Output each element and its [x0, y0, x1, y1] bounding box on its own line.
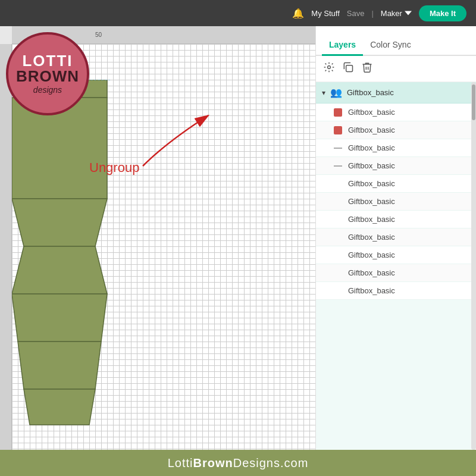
layer-row[interactable]: Giftbox_basic	[316, 228, 476, 246]
layer-row[interactable]: Giftbox_basic	[316, 246, 476, 264]
svg-marker-6	[24, 389, 95, 425]
chevron-icon: ▾	[322, 89, 325, 97]
svg-point-9	[328, 66, 331, 69]
maker-selector[interactable]: Maker	[381, 9, 412, 18]
layer-name-label: Giftbox_basic	[348, 108, 395, 117]
make-it-button[interactable]: Make It	[419, 5, 466, 21]
bell-icon[interactable]: 🔔	[292, 8, 304, 19]
divider: |	[371, 9, 373, 18]
save-link[interactable]: Save	[347, 9, 365, 18]
layer-name-label: Giftbox_basic	[348, 233, 395, 242]
layer-row[interactable]: Giftbox_basic	[316, 264, 476, 282]
layer-color-indicator	[334, 126, 342, 134]
mystuff-link[interactable]: My Stuff	[311, 9, 339, 18]
layer-group-row[interactable]: ▾ 👥 Giftbox_basic	[316, 82, 476, 104]
layer-group-name: Giftbox_basic	[347, 88, 394, 97]
logo-line1: LOTTI	[22, 53, 73, 68]
logo-line2: BROWN	[16, 68, 79, 84]
duplicate-icon[interactable]	[342, 61, 354, 76]
logo-line3: designs	[33, 85, 62, 95]
layer-name-label: Giftbox_basic	[348, 197, 395, 206]
layer-line-indicator	[334, 148, 342, 149]
tab-layers[interactable]: Layers	[322, 35, 363, 56]
layer-color-indicator	[334, 108, 342, 117]
scrollbar[interactable]	[471, 82, 476, 450]
group-people-icon: 👥	[330, 87, 342, 98]
layer-row[interactable]: Giftbox_basic	[316, 104, 476, 121]
layer-row[interactable]: Giftbox_basic	[316, 121, 476, 139]
svg-rect-10	[346, 65, 353, 72]
scrollbar-thumb[interactable]	[472, 84, 475, 120]
svg-marker-4	[12, 294, 107, 342]
layer-row[interactable]: Giftbox_basic	[316, 175, 476, 193]
layer-row[interactable]: Giftbox_basic	[316, 211, 476, 228]
ruler-label: 50	[95, 32, 102, 38]
layer-list: ▾ 👥 Giftbox_basic Giftbox_basicGiftbox_b…	[316, 82, 476, 476]
ungroup-label: Ungroup	[89, 160, 139, 176]
layer-name-label: Giftbox_basic	[348, 268, 395, 277]
right-panel: Layers Color Sync	[315, 26, 476, 476]
giftbox-shape[interactable]	[12, 80, 119, 449]
layer-row[interactable]: Giftbox_basic	[316, 282, 476, 300]
layer-name-label: Giftbox_basic	[348, 179, 395, 188]
ruler-left	[0, 44, 12, 476]
delete-icon[interactable]	[361, 61, 373, 76]
bottom-bar: LottiBrownDesigns.com	[0, 450, 476, 476]
top-bar: 🔔 My Stuff Save | Maker Make It	[0, 0, 476, 26]
svg-marker-5	[18, 342, 101, 389]
svg-marker-3	[12, 246, 107, 294]
layer-name-label: Giftbox_basic	[348, 286, 395, 295]
layer-row[interactable]: Giftbox_basic	[316, 157, 476, 175]
layer-name-label: Giftbox_basic	[348, 250, 395, 259]
layer-row[interactable]: Giftbox_basic	[316, 193, 476, 211]
layer-name-label: Giftbox_basic	[348, 215, 395, 224]
tab-colorsync[interactable]: Color Sync	[363, 35, 418, 56]
panel-tabs: Layers Color Sync	[316, 26, 476, 56]
layer-rows-container: Giftbox_basicGiftbox_basicGiftbox_basicG…	[316, 104, 476, 300]
panel-toolbar	[316, 56, 476, 82]
layer-name-label: Giftbox_basic	[348, 161, 395, 170]
arrow-indicator	[131, 107, 226, 172]
layer-name-label: Giftbox_basic	[348, 143, 395, 152]
chevron-down-icon	[405, 10, 412, 17]
layer-name-label: Giftbox_basic	[348, 126, 395, 134]
svg-marker-2	[12, 199, 107, 246]
bottom-bar-text: LottiBrownDesigns.com	[168, 456, 309, 470]
layer-row[interactable]: Giftbox_basic	[316, 139, 476, 157]
logo-circle: LOTTI BROWN designs	[6, 32, 89, 115]
ungroup-icon[interactable]	[323, 61, 335, 76]
layer-line-indicator	[334, 165, 342, 167]
